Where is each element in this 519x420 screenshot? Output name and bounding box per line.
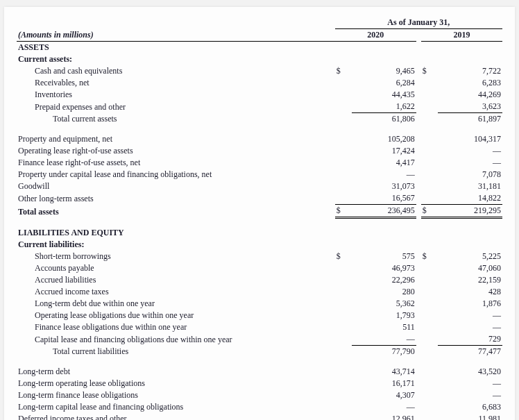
section-current-liabilities: Current liabilities: bbox=[17, 239, 502, 251]
row-income-tax: Accrued income taxes 280 428 bbox=[17, 286, 502, 298]
section-assets: ASSETS bbox=[17, 42, 502, 54]
balance-sheet: As of January 31, (Amounts in millions) … bbox=[4, 7, 515, 420]
spacer-row bbox=[17, 125, 502, 133]
header-years-row: (Amounts in millions) 2020 2019 bbox=[17, 29, 502, 42]
row-total-current-liabilities: Total current liabilities 77,790 77,477 bbox=[17, 346, 502, 358]
section-liabilities: LIABILITIES AND EQUITY bbox=[17, 227, 502, 239]
row-ltd: Long-term debt 43,714 43,520 bbox=[17, 366, 502, 378]
currency-symbol: $ bbox=[421, 205, 438, 218]
row-fin-obl-current: Finance lease obligations due within one… bbox=[17, 321, 502, 333]
year-col-2020: 2020 bbox=[335, 29, 416, 42]
units-note: (Amounts in millions) bbox=[17, 29, 335, 42]
row-goodwill: Goodwill 31,073 31,181 bbox=[17, 180, 502, 192]
row-total-current-assets: Total current assets 61,806 61,897 bbox=[17, 113, 502, 126]
row-lt-cap-obl: Long-term capital lease and financing ob… bbox=[17, 401, 502, 413]
year-col-2019: 2019 bbox=[421, 29, 502, 42]
row-ap: Accounts payable 46,973 47,060 bbox=[17, 262, 502, 274]
row-fin-rou: Finance lease right-of-use assets, net 4… bbox=[17, 157, 502, 169]
row-receivables: Receivables, net 6,284 6,283 bbox=[17, 77, 502, 89]
spacer-row bbox=[17, 358, 502, 366]
section-current-assets: Current assets: bbox=[17, 53, 502, 65]
spacer-row bbox=[17, 218, 502, 228]
currency-symbol: $ bbox=[335, 65, 352, 77]
financial-table: As of January 31, (Amounts in millions) … bbox=[17, 17, 502, 420]
currency-symbol: $ bbox=[335, 205, 352, 218]
row-accrued: Accrued liabilities 22,296 22,159 bbox=[17, 274, 502, 286]
row-cap-lease-prop: Property under capital lease and financi… bbox=[17, 169, 502, 180]
row-inventories: Inventories 44,435 44,269 bbox=[17, 89, 502, 101]
as-of-header: As of January 31, bbox=[335, 17, 502, 29]
row-st-borrow: Short-term borrowings $ 575 $ 5,225 bbox=[17, 251, 502, 262]
row-lt-op-obl: Long-term operating lease obligations 16… bbox=[17, 378, 502, 389]
row-other-lt: Other long-term assets 16,567 14,822 bbox=[17, 192, 502, 205]
row-def-tax: Deferred income taxes and other 12,961 1… bbox=[17, 413, 502, 420]
row-op-rou: Operating lease right-of-use assets 17,4… bbox=[17, 145, 502, 157]
row-cap-obl-current: Capital lease and financing obligations … bbox=[17, 333, 502, 346]
row-total-assets: Total assets $ 236,495 $ 219,295 bbox=[17, 205, 502, 218]
currency-symbol: $ bbox=[335, 251, 352, 262]
currency-symbol: $ bbox=[421, 65, 438, 77]
row-op-obl-current: Operating lease obligations due within o… bbox=[17, 310, 502, 321]
row-prepaid: Prepaid expenses and other 1,622 3,623 bbox=[17, 101, 502, 113]
row-pne: Property and equipment, net 105,208 104,… bbox=[17, 133, 502, 145]
header-super-row: As of January 31, bbox=[17, 17, 502, 29]
row-lt-fin-obl: Long-term finance lease obligations 4,30… bbox=[17, 389, 502, 401]
currency-symbol: $ bbox=[421, 251, 438, 262]
row-cash: Cash and cash equivalents $ 9,465 $ 7,72… bbox=[17, 65, 502, 77]
row-ltd-current: Long-term debt due within one year 5,362… bbox=[17, 298, 502, 310]
